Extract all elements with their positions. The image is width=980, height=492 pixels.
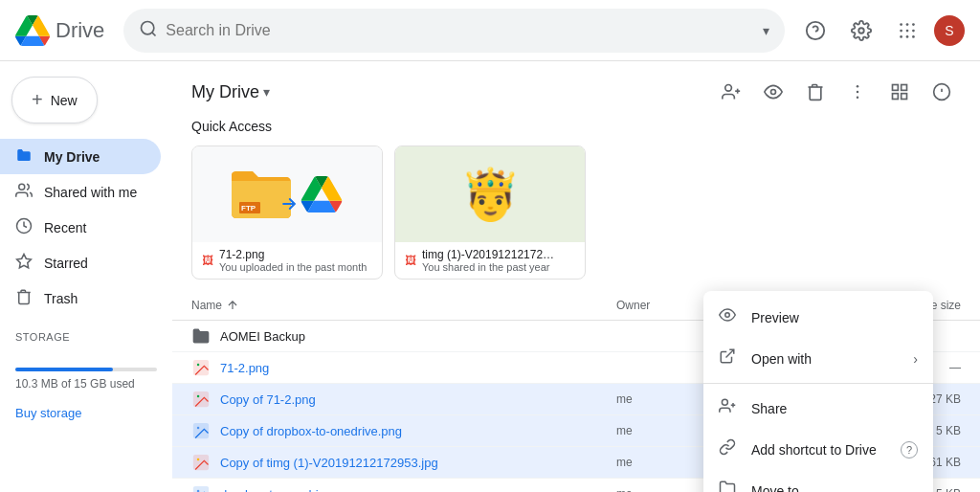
svg-point-12 (912, 35, 915, 38)
svg-point-19 (771, 90, 776, 95)
content-area: My Drive ▾ (172, 61, 980, 492)
storage-used-text: 10.3 MB of 15 GB used (15, 377, 135, 391)
user-avatar[interactable]: S (934, 15, 965, 46)
buy-storage-link[interactable]: Buy storage (0, 402, 172, 424)
open-with-icon (719, 347, 738, 369)
quick-access-title: Quick Access (191, 119, 961, 134)
shared-icon (15, 182, 33, 202)
file-name-3: Copy of dropbox-to-onedrive.png (191, 421, 616, 440)
quick-item-subtitle-0: You uploaded in the past month (219, 261, 367, 273)
drive-logo-icon (15, 13, 50, 48)
svg-point-42 (725, 313, 730, 318)
shortcut-help-icon: ? (901, 441, 918, 458)
move-to-trash-button[interactable] (796, 73, 835, 111)
search-dropdown-icon[interactable]: ▾ (763, 23, 769, 38)
svg-rect-40 (194, 487, 209, 493)
add-person-button[interactable] (712, 73, 750, 111)
settings-button[interactable] (842, 11, 880, 50)
svg-text:FTP: FTP (241, 204, 256, 212)
top-actions: S (796, 11, 965, 50)
drive-mini-logo (301, 176, 343, 212)
shared-label: Shared with me (44, 185, 137, 200)
sidebar-item-shared[interactable]: Shared with me (0, 174, 161, 210)
svg-point-13 (19, 184, 25, 190)
add-shortcut-label: Add shortcut to Drive (751, 442, 877, 458)
svg-point-6 (912, 23, 915, 26)
menu-item-add-shortcut[interactable]: Add shortcut to Drive ? (703, 429, 933, 470)
svg-point-20 (857, 85, 859, 88)
svg-point-11 (906, 35, 909, 38)
breadcrumb-dropdown-icon: ▾ (263, 84, 270, 100)
sidebar-item-starred[interactable]: Starred (0, 245, 161, 280)
quick-item-file-icon-1: 🖼 (405, 254, 416, 267)
my-drive-icon (15, 146, 33, 167)
file-name-4: Copy of timg (1)-V20191212172953.jpg (191, 453, 616, 472)
move-to-icon (719, 480, 738, 492)
storage-bar (15, 368, 157, 371)
quick-item-subtitle-1: You shared in the past year (422, 261, 556, 273)
image-icon-2 (191, 390, 211, 409)
sidebar: + New My Drive (0, 61, 172, 492)
info-toggle-button[interactable] (754, 73, 792, 111)
app-title: Drive (56, 18, 104, 43)
sidebar-item-trash[interactable]: Trash (0, 280, 161, 316)
trash-label: Trash (44, 291, 78, 306)
folder-icon-0 (191, 326, 211, 346)
quick-item-preview-1: 🤴 (395, 146, 585, 242)
file-name-0: AOMEI Backup (191, 326, 616, 346)
col-name-header[interactable]: Name (191, 299, 616, 312)
search-bar[interactable]: ▾ (123, 9, 785, 53)
quick-item-preview-0: FTP (192, 146, 382, 242)
quick-access-items: FTP (191, 145, 961, 280)
my-drive-label: My Drive (44, 149, 100, 165)
apps-button[interactable] (888, 11, 926, 50)
svg-point-39 (197, 458, 200, 461)
more-options-button[interactable] (838, 73, 877, 111)
svg-point-37 (197, 427, 200, 430)
content-header: My Drive ▾ (172, 61, 980, 119)
svg-point-10 (900, 35, 902, 38)
svg-rect-26 (893, 94, 899, 100)
svg-marker-15 (17, 255, 32, 268)
drive-breadcrumb[interactable]: My Drive ▾ (191, 82, 270, 102)
quick-item-name-0: 71-2.png (219, 248, 367, 261)
starred-label: Starred (44, 256, 88, 271)
svg-rect-25 (902, 94, 907, 100)
share-label: Share (751, 401, 787, 416)
image-icon-4 (191, 453, 211, 472)
preview-label: Preview (751, 310, 799, 325)
quick-access-section: Quick Access FTP (172, 119, 980, 291)
info-panel-button[interactable] (923, 73, 961, 111)
quick-item-info-0: 🖼 71-2.png You uploaded in the past mont… (192, 242, 382, 279)
svg-point-22 (857, 97, 859, 100)
grid-view-button[interactable] (880, 73, 919, 111)
svg-line-43 (726, 349, 734, 357)
menu-item-open-with[interactable]: Open with › (703, 338, 933, 379)
header-actions (712, 73, 961, 111)
quick-item-info-1: 🖼 timg (1)-V201912121729... You shared i… (395, 242, 585, 279)
arrow-icon (279, 194, 299, 213)
app-container: Drive ▾ (0, 0, 980, 492)
svg-point-33 (197, 364, 200, 367)
share-icon (719, 397, 738, 419)
svg-point-9 (912, 29, 915, 32)
svg-point-0 (142, 22, 154, 34)
menu-item-preview[interactable]: Preview (703, 297, 933, 338)
svg-point-4 (900, 23, 902, 26)
sidebar-item-recent[interactable]: Recent (0, 210, 161, 245)
new-button[interactable]: + New (11, 77, 98, 123)
storage-info: 10.3 MB of 15 GB used (0, 350, 172, 402)
menu-item-move-to[interactable]: Move to (703, 470, 933, 492)
svg-point-3 (858, 28, 864, 34)
sidebar-item-my-drive[interactable]: My Drive (0, 139, 161, 174)
preview-icon (719, 306, 738, 328)
quick-item-0[interactable]: FTP (191, 145, 383, 280)
image-icon-1 (191, 358, 211, 377)
search-input[interactable] (166, 22, 755, 39)
svg-point-35 (197, 395, 200, 398)
menu-item-share[interactable]: Share (703, 388, 933, 429)
storage-section-title: Storage (0, 324, 172, 350)
drive-title-text: My Drive (191, 82, 259, 102)
help-button[interactable] (796, 11, 835, 50)
quick-item-1[interactable]: 🤴 🖼 timg (1)-V201912121729... You shared… (394, 145, 586, 280)
